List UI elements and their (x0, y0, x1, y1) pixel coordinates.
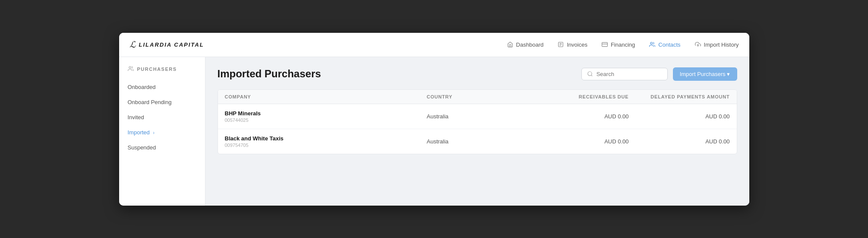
svg-rect-4 (602, 42, 607, 46)
row-2-company-name: Black and White Taxis (225, 135, 427, 142)
sidebar-imported-label: Imported (128, 129, 150, 136)
svg-line-10 (591, 75, 592, 76)
svg-point-8 (129, 66, 131, 68)
search-input[interactable] (597, 71, 662, 77)
sidebar-onboard-pending-label: Onboard Pending (128, 99, 172, 105)
table-row[interactable]: BHP Minerals 005744025 Australia AUD 0.0… (218, 104, 737, 129)
import-history-icon (694, 41, 701, 48)
col-company-header: COMPANY (225, 94, 427, 99)
row-2-country: Australia (427, 138, 528, 145)
sidebar-section-header: PURCHASERS (119, 66, 205, 79)
financing-icon (601, 41, 608, 48)
table-header: COMPANY COUNTRY RECEIVABLES DUE DELAYED … (218, 90, 737, 104)
sidebar-item-suspended[interactable]: Suspended (119, 140, 205, 155)
row-2-company-id: 009754705 (225, 143, 427, 148)
nav-financing[interactable]: Financing (601, 41, 635, 48)
nav-contacts-label: Contacts (658, 41, 680, 48)
content-header: Imported Purchasers Import Purchasers ▾ (218, 67, 737, 81)
col-delayed-header: DELAYED PAYMENTS AMOUNT (629, 94, 730, 99)
import-purchasers-button[interactable]: Import Purchasers ▾ (673, 67, 737, 81)
sidebar-item-imported[interactable]: Imported › (119, 125, 205, 140)
nav-invoices-label: Invoices (567, 41, 587, 48)
header-actions: Import Purchasers ▾ (581, 67, 737, 81)
logo-icon: ℒ (129, 39, 136, 50)
search-icon (587, 71, 593, 77)
main-layout: PURCHASERS Onboarded Onboard Pending Inv… (119, 57, 749, 206)
logo-area: ℒ LILARDIA CAPITAL (129, 39, 507, 50)
sidebar-section-label: PURCHASERS (137, 67, 177, 72)
row-1-company-name: BHP Minerals (225, 110, 427, 117)
col-receivables-header: RECEIVABLES DUE (528, 94, 629, 99)
page-title: Imported Purchasers (218, 68, 321, 80)
brand-name: LILARDIA CAPITAL (139, 41, 204, 48)
contacts-icon (649, 41, 656, 48)
sidebar-onboarded-label: Onboarded (128, 84, 156, 90)
chevron-right-icon: › (153, 130, 154, 135)
nav-financing-label: Financing (611, 41, 635, 48)
nav-dashboard-label: Dashboard (516, 41, 544, 48)
sidebar-item-invited[interactable]: Invited (119, 110, 205, 125)
purchasers-table: COMPANY COUNTRY RECEIVABLES DUE DELAYED … (218, 89, 737, 154)
nav-links: Dashboard Invoices Financing Contacts (507, 41, 739, 48)
main-content: Imported Purchasers Import Purchasers ▾ … (205, 57, 749, 206)
nav-import-history[interactable]: Import History (694, 41, 739, 48)
row-1-receivables: AUD 0.00 (528, 113, 629, 120)
sidebar-invited-label: Invited (128, 114, 144, 121)
row-1-delayed-payments: AUD 0.00 (629, 113, 730, 120)
svg-point-9 (587, 72, 591, 76)
nav-dashboard[interactable]: Dashboard (507, 41, 544, 48)
search-box (581, 68, 668, 80)
row-1-company-id: 005744025 (225, 117, 427, 123)
sidebar: PURCHASERS Onboarded Onboard Pending Inv… (119, 57, 205, 206)
sidebar-item-onboarded[interactable]: Onboarded (119, 79, 205, 95)
table-row[interactable]: Black and White Taxis 009754705 Australi… (218, 129, 737, 154)
home-icon (507, 41, 514, 48)
invoices-icon (557, 41, 564, 48)
svg-point-6 (650, 42, 653, 44)
nav-contacts[interactable]: Contacts (649, 41, 680, 48)
import-button-label: Import Purchasers ▾ (680, 71, 730, 77)
row-2-receivables: AUD 0.00 (528, 138, 629, 145)
nav-invoices[interactable]: Invoices (557, 41, 587, 48)
sidebar-item-onboard-pending[interactable]: Onboard Pending (119, 95, 205, 110)
row-1-country: Australia (427, 113, 528, 120)
col-country-header: COUNTRY (427, 94, 528, 99)
row-1-company: BHP Minerals 005744025 (225, 110, 427, 123)
app-window: ℒ LILARDIA CAPITAL Dashboard Invoices (119, 33, 749, 206)
row-2-company: Black and White Taxis 009754705 (225, 135, 427, 148)
row-2-delayed-payments: AUD 0.00 (629, 138, 730, 145)
sidebar-suspended-label: Suspended (128, 144, 156, 151)
nav-import-history-label: Import History (704, 41, 739, 48)
top-navigation: ℒ LILARDIA CAPITAL Dashboard Invoices (119, 33, 749, 57)
purchasers-icon (128, 66, 134, 73)
